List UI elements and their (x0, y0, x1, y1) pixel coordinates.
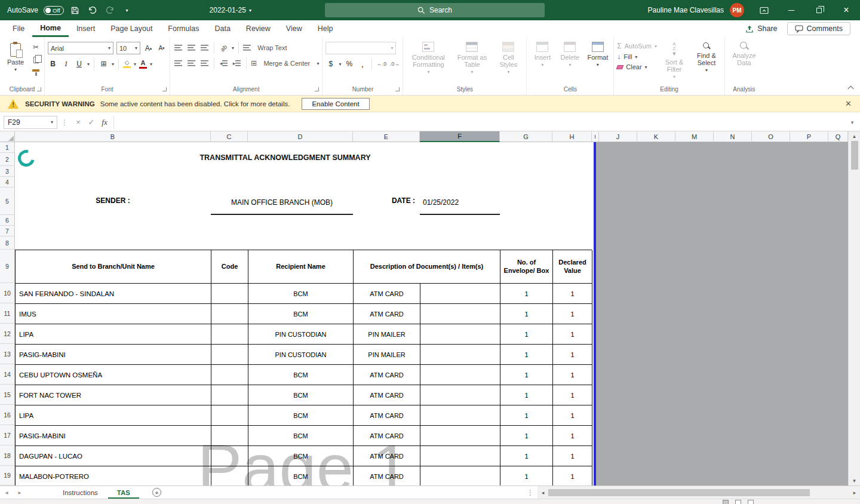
sheet-tab-instructions[interactable]: Instructions (54, 486, 107, 499)
insert-cells-button[interactable]: Insert ▾ (530, 40, 555, 70)
increase-font-size-button[interactable]: A▴ (143, 43, 153, 53)
orientation-button[interactable]: ab (219, 43, 229, 53)
header-declared[interactable]: Declared Value (553, 250, 592, 284)
insert-function-button[interactable]: fx (98, 118, 111, 127)
font-size-select[interactable]: 10▾ (116, 42, 140, 54)
scroll-down-arrow-icon[interactable]: ▼ (849, 476, 860, 485)
cell-f[interactable] (420, 385, 500, 405)
underline-button[interactable]: U (74, 59, 84, 69)
clipboard-dialog-launcher[interactable] (37, 87, 41, 91)
align-center-button[interactable] (186, 59, 196, 69)
cell-description[interactable]: ATM CARD (354, 365, 420, 385)
row-header-12[interactable]: 12 (0, 324, 15, 344)
analyze-data-button[interactable]: Analyze Data (728, 40, 760, 68)
cell-f[interactable] (420, 426, 500, 446)
cell-styles-button[interactable]: Cell Styles ▾ (493, 40, 523, 77)
fill-button[interactable]: ↓ Fill ▾ (617, 53, 657, 61)
cell-declared[interactable]: 1 (553, 304, 592, 324)
cell-f[interactable] (420, 405, 500, 426)
font-color-chevron-icon[interactable]: ▾ (150, 62, 152, 67)
clear-button[interactable]: Clear ▾ (617, 63, 657, 70)
undo-button[interactable] (87, 3, 99, 17)
redo-button[interactable] (104, 3, 116, 17)
row-header-4[interactable]: 4 (0, 177, 15, 188)
ribbon-display-options-button[interactable] (750, 0, 778, 20)
tab-page-layout[interactable]: Page Layout (103, 20, 160, 37)
minimize-button[interactable]: ─ (778, 0, 805, 20)
cell-envelopes[interactable]: 1 (500, 385, 553, 405)
row-header-13[interactable]: 13 (0, 344, 15, 364)
row-header-10[interactable]: 10 (0, 283, 15, 303)
cell-recipient[interactable]: BCM (248, 304, 354, 324)
comma-style-button[interactable]: , (357, 59, 367, 69)
cell-branch[interactable]: MALABON-POTRERO (16, 466, 211, 485)
horizontal-scroll-thumb[interactable] (548, 489, 810, 496)
font-name-select[interactable]: Arial▾ (48, 42, 113, 54)
column-header-O[interactable]: O (752, 131, 790, 142)
cell-recipient[interactable]: BCM (248, 446, 354, 466)
column-header-J[interactable]: J (599, 131, 637, 142)
vertical-scroll-thumb[interactable] (851, 141, 858, 170)
document-title[interactable]: 2022-01-25 ▾ (210, 6, 251, 14)
format-painter-button[interactable] (30, 67, 41, 77)
column-header-Q[interactable]: Q (828, 131, 848, 142)
row-header-18[interactable]: 18 (0, 445, 15, 466)
cell-envelopes[interactable]: 1 (500, 405, 553, 426)
column-header-K[interactable]: K (637, 131, 675, 142)
cell-envelopes[interactable]: 1 (500, 466, 553, 485)
warning-close-icon[interactable]: ✕ (845, 99, 852, 108)
cell-declared[interactable]: 1 (553, 385, 592, 405)
row-header-16[interactable]: 16 (0, 405, 15, 425)
cell-branch[interactable]: CEBU UPTOWN OSMEÑA (16, 365, 211, 385)
tab-insert[interactable]: Insert (69, 20, 103, 37)
cell-description[interactable]: ATM CARD (354, 446, 420, 466)
cell-code[interactable] (211, 446, 248, 466)
share-button[interactable]: Share (738, 23, 784, 35)
cell-branch[interactable]: SAN FERNANDO - SINDALAN (16, 284, 211, 304)
format-cells-button[interactable]: Format ▾ (585, 40, 610, 70)
horizontal-scrollbar[interactable]: ◂ ▸ (538, 486, 860, 499)
italic-button[interactable]: I (61, 59, 71, 69)
decrease-decimal-button[interactable]: .0→ (389, 59, 400, 69)
cell-code[interactable] (211, 405, 248, 426)
sort-filter-button[interactable]: AZ▼ Sort & Filter ▾ (659, 40, 689, 82)
save-button[interactable] (69, 3, 81, 17)
cell-recipient[interactable]: BCM (248, 466, 354, 485)
enter-formula-icon[interactable]: ✓ (85, 118, 98, 127)
cell-envelopes[interactable]: 1 (500, 304, 553, 324)
borders-chevron-icon[interactable]: ▾ (112, 62, 114, 67)
row-header-14[interactable]: 14 (0, 364, 15, 385)
autosave-toggle[interactable]: Off (44, 6, 64, 15)
column-header-D[interactable]: D (248, 131, 353, 142)
tab-review[interactable]: Review (238, 20, 278, 37)
scroll-right-arrow-icon[interactable]: ▸ (849, 490, 860, 496)
cell-envelopes[interactable]: 1 (500, 446, 553, 466)
collapse-ribbon-chevron-icon[interactable] (848, 86, 854, 92)
cell-declared[interactable]: 1 (553, 466, 592, 485)
cell-declared[interactable]: 1 (553, 345, 592, 365)
cell-recipient[interactable]: BCM (248, 385, 354, 405)
add-sheet-button[interactable]: + (152, 488, 161, 497)
cell-f[interactable] (420, 365, 500, 385)
column-header-C[interactable]: C (211, 131, 248, 142)
autosum-button[interactable]: Σ AutoSum ▾ (617, 42, 657, 50)
cell-description[interactable]: ATM CARD (354, 284, 420, 304)
cell-f[interactable] (420, 345, 500, 365)
view-page-layout-icon[interactable] (735, 500, 741, 504)
header-description[interactable]: Description of Document(s) / Item(s) (354, 250, 500, 284)
customize-quick-access-chevron-icon[interactable]: ▾ (121, 3, 133, 17)
cell-declared[interactable]: 1 (553, 405, 592, 426)
cell-declared[interactable]: 1 (553, 446, 592, 466)
cell-recipient[interactable]: PIN CUSTODIAN (248, 345, 354, 365)
cell-description[interactable]: ATM CARD (354, 405, 420, 426)
column-header-P[interactable]: P (790, 131, 828, 142)
cell-f[interactable] (420, 324, 500, 345)
user-name[interactable]: Pauline Mae Clavesillas (648, 6, 724, 14)
header-branch[interactable]: Send to Branch/Unit Name (16, 250, 211, 284)
find-select-button[interactable]: Find & Select ▾ (692, 40, 721, 75)
bold-button[interactable]: B (48, 59, 58, 69)
cell-description[interactable]: PIN MAILER (354, 345, 420, 365)
row-header-11[interactable]: 11 (0, 303, 15, 324)
cell-branch[interactable]: IMUS (16, 304, 211, 324)
font-dialog-launcher[interactable] (162, 87, 167, 91)
